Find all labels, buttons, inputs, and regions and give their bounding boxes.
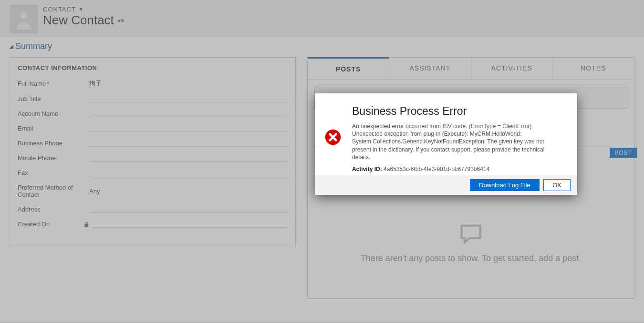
activity-id-label: Activity ID: bbox=[352, 166, 382, 172]
ok-button[interactable]: OK bbox=[543, 179, 571, 191]
error-dialog: Business Process Error An unexpected err… bbox=[315, 93, 577, 195]
activity-id-value: 4a65353c-6fbb-4fe3-901d-bb67793b6414 bbox=[384, 166, 489, 172]
dialog-title: Business Process Error bbox=[352, 105, 563, 118]
download-log-button[interactable]: Download Log File bbox=[470, 179, 540, 191]
activity-id-line: Activity ID: 4a65353c-6fbb-4fe3-901d-bb6… bbox=[352, 166, 563, 172]
error-icon bbox=[324, 129, 345, 172]
dialog-message: An unexpected error occurred from ISV co… bbox=[352, 122, 563, 161]
